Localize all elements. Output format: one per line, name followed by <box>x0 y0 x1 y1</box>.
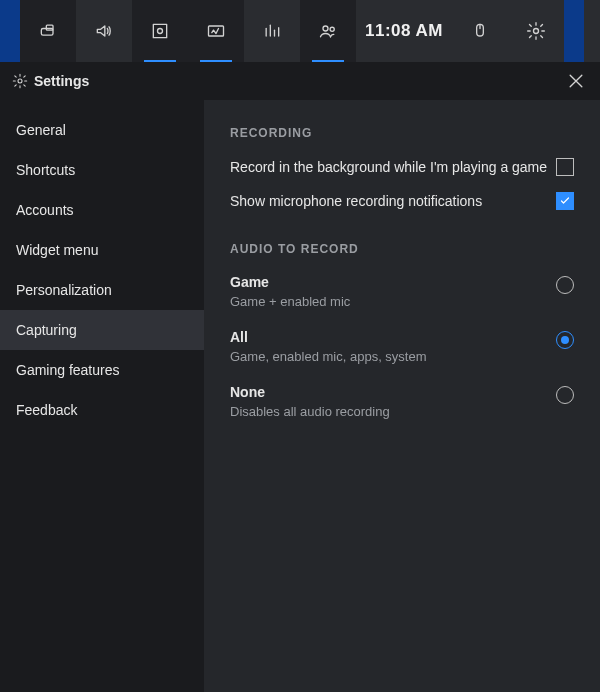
sidebar-item-capturing[interactable]: Capturing <box>0 310 204 350</box>
svg-point-5 <box>323 26 328 31</box>
svg-point-8 <box>534 29 539 34</box>
settings-header: Settings <box>0 62 600 100</box>
settings-content: RECORDING Record in the background while… <box>204 100 600 692</box>
sidebar-item-label: Capturing <box>16 322 77 338</box>
settings-sidebar: General Shortcuts Accounts Widget menu P… <box>0 100 204 692</box>
sidebar-item-label: Shortcuts <box>16 162 75 178</box>
performance-icon <box>206 21 226 41</box>
sidebar-item-label: General <box>16 122 66 138</box>
audio-icon <box>94 21 114 41</box>
mic-notifications-row: Show microphone recording notifications <box>230 192 574 210</box>
xbox-icon <box>38 21 58 41</box>
audio-option-title: All <box>230 329 427 345</box>
recording-section: RECORDING Record in the background while… <box>230 126 574 210</box>
sidebar-item-widget-menu[interactable]: Widget menu <box>0 230 204 270</box>
svg-rect-4 <box>209 26 224 36</box>
record-background-checkbox[interactable] <box>556 158 574 176</box>
close-icon <box>566 71 586 91</box>
audio-option-title: None <box>230 384 390 400</box>
resources-icon <box>262 21 282 41</box>
widget-performance[interactable] <box>188 0 244 62</box>
audio-option-desc: Disables all audio recording <box>230 404 390 419</box>
edge-right <box>564 0 584 62</box>
xbox-game-bar: 11:08 AM <box>0 0 600 62</box>
audio-section: AUDIO TO RECORD Game Game + enabled mic … <box>230 242 574 419</box>
sidebar-item-label: Personalization <box>16 282 112 298</box>
audio-option-none: None Disables all audio recording <box>230 384 574 419</box>
sidebar-item-shortcuts[interactable]: Shortcuts <box>0 150 204 190</box>
svg-rect-2 <box>153 24 166 37</box>
social-icon <box>318 21 338 41</box>
gear-icon <box>526 21 546 41</box>
audio-option-game: Game Game + enabled mic <box>230 274 574 309</box>
audio-option-all: All Game, enabled mic, apps, system <box>230 329 574 364</box>
record-background-label: Record in the background while I'm playi… <box>230 159 547 175</box>
settings-title: Settings <box>34 73 89 89</box>
mouse-icon <box>470 21 490 41</box>
audio-option-none-radio[interactable] <box>556 386 574 404</box>
widget-resources[interactable] <box>244 0 300 62</box>
audio-option-desc: Game + enabled mic <box>230 294 350 309</box>
audio-option-title: Game <box>230 274 350 290</box>
svg-point-3 <box>158 29 163 34</box>
svg-point-9 <box>18 79 22 83</box>
svg-rect-1 <box>46 25 53 30</box>
close-button[interactable] <box>564 69 588 93</box>
sidebar-item-label: Accounts <box>16 202 74 218</box>
audio-title: AUDIO TO RECORD <box>230 242 574 256</box>
mic-notifications-checkbox[interactable] <box>556 192 574 210</box>
check-icon <box>559 195 571 207</box>
widget-capture[interactable] <box>132 0 188 62</box>
clock: 11:08 AM <box>356 0 452 62</box>
edge-left <box>0 0 20 62</box>
record-background-row: Record in the background while I'm playi… <box>230 158 574 176</box>
audio-option-all-radio[interactable] <box>556 331 574 349</box>
widget-social[interactable] <box>300 0 356 62</box>
sidebar-item-accounts[interactable]: Accounts <box>0 190 204 230</box>
widget-pin[interactable] <box>452 0 508 62</box>
widget-xbox[interactable] <box>20 0 76 62</box>
audio-option-game-radio[interactable] <box>556 276 574 294</box>
widget-audio[interactable] <box>76 0 132 62</box>
sidebar-item-label: Gaming features <box>16 362 120 378</box>
recording-title: RECORDING <box>230 126 574 140</box>
mic-notifications-label: Show microphone recording notifications <box>230 193 482 209</box>
sidebar-item-general[interactable]: General <box>0 110 204 150</box>
gear-icon <box>12 73 28 89</box>
widget-settings[interactable] <box>508 0 564 62</box>
audio-option-desc: Game, enabled mic, apps, system <box>230 349 427 364</box>
sidebar-item-gaming-features[interactable]: Gaming features <box>0 350 204 390</box>
sidebar-item-label: Widget menu <box>16 242 98 258</box>
capture-icon <box>150 21 170 41</box>
sidebar-item-feedback[interactable]: Feedback <box>0 390 204 430</box>
sidebar-item-label: Feedback <box>16 402 77 418</box>
sidebar-item-personalization[interactable]: Personalization <box>0 270 204 310</box>
svg-point-6 <box>330 27 334 31</box>
